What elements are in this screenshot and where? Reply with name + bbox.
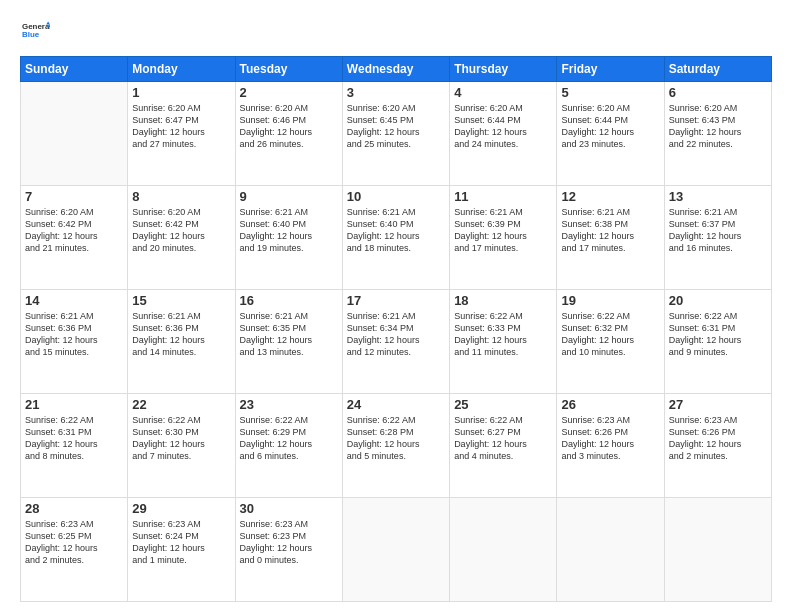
day-info: Sunrise: 6:21 AM Sunset: 6:36 PM Dayligh… — [25, 310, 123, 359]
day-info: Sunrise: 6:20 AM Sunset: 6:44 PM Dayligh… — [561, 102, 659, 151]
logo-icon: General Blue — [22, 16, 50, 44]
calendar-cell: 27Sunrise: 6:23 AM Sunset: 6:26 PM Dayli… — [664, 394, 771, 498]
calendar-cell: 12Sunrise: 6:21 AM Sunset: 6:38 PM Dayli… — [557, 186, 664, 290]
calendar-cell — [21, 82, 128, 186]
logo: General Blue — [20, 16, 50, 48]
calendar-cell: 9Sunrise: 6:21 AM Sunset: 6:40 PM Daylig… — [235, 186, 342, 290]
day-number: 24 — [347, 397, 445, 412]
calendar-cell: 26Sunrise: 6:23 AM Sunset: 6:26 PM Dayli… — [557, 394, 664, 498]
calendar-cell: 25Sunrise: 6:22 AM Sunset: 6:27 PM Dayli… — [450, 394, 557, 498]
day-number: 9 — [240, 189, 338, 204]
weekday-header-tuesday: Tuesday — [235, 57, 342, 82]
day-number: 29 — [132, 501, 230, 516]
day-number: 20 — [669, 293, 767, 308]
calendar-cell: 28Sunrise: 6:23 AM Sunset: 6:25 PM Dayli… — [21, 498, 128, 602]
calendar-cell: 16Sunrise: 6:21 AM Sunset: 6:35 PM Dayli… — [235, 290, 342, 394]
day-info: Sunrise: 6:22 AM Sunset: 6:29 PM Dayligh… — [240, 414, 338, 463]
day-number: 12 — [561, 189, 659, 204]
weekday-header-monday: Monday — [128, 57, 235, 82]
calendar-cell: 18Sunrise: 6:22 AM Sunset: 6:33 PM Dayli… — [450, 290, 557, 394]
weekday-header-saturday: Saturday — [664, 57, 771, 82]
calendar-cell: 6Sunrise: 6:20 AM Sunset: 6:43 PM Daylig… — [664, 82, 771, 186]
day-number: 25 — [454, 397, 552, 412]
day-number: 11 — [454, 189, 552, 204]
header: General Blue — [20, 16, 772, 48]
week-row-4: 21Sunrise: 6:22 AM Sunset: 6:31 PM Dayli… — [21, 394, 772, 498]
day-number: 4 — [454, 85, 552, 100]
calendar-cell — [664, 498, 771, 602]
day-number: 18 — [454, 293, 552, 308]
day-number: 1 — [132, 85, 230, 100]
day-number: 3 — [347, 85, 445, 100]
calendar-cell — [557, 498, 664, 602]
day-number: 7 — [25, 189, 123, 204]
day-info: Sunrise: 6:21 AM Sunset: 6:34 PM Dayligh… — [347, 310, 445, 359]
day-number: 14 — [25, 293, 123, 308]
day-number: 5 — [561, 85, 659, 100]
calendar-cell: 8Sunrise: 6:20 AM Sunset: 6:42 PM Daylig… — [128, 186, 235, 290]
day-number: 16 — [240, 293, 338, 308]
calendar-table: SundayMondayTuesdayWednesdayThursdayFrid… — [20, 56, 772, 602]
calendar-cell: 22Sunrise: 6:22 AM Sunset: 6:30 PM Dayli… — [128, 394, 235, 498]
day-info: Sunrise: 6:21 AM Sunset: 6:35 PM Dayligh… — [240, 310, 338, 359]
day-number: 30 — [240, 501, 338, 516]
weekday-header-friday: Friday — [557, 57, 664, 82]
day-info: Sunrise: 6:21 AM Sunset: 6:37 PM Dayligh… — [669, 206, 767, 255]
day-number: 8 — [132, 189, 230, 204]
calendar-cell: 24Sunrise: 6:22 AM Sunset: 6:28 PM Dayli… — [342, 394, 449, 498]
weekday-header-sunday: Sunday — [21, 57, 128, 82]
day-number: 27 — [669, 397, 767, 412]
day-info: Sunrise: 6:20 AM Sunset: 6:45 PM Dayligh… — [347, 102, 445, 151]
day-info: Sunrise: 6:21 AM Sunset: 6:38 PM Dayligh… — [561, 206, 659, 255]
calendar-cell: 3Sunrise: 6:20 AM Sunset: 6:45 PM Daylig… — [342, 82, 449, 186]
calendar-cell: 30Sunrise: 6:23 AM Sunset: 6:23 PM Dayli… — [235, 498, 342, 602]
weekday-header-row: SundayMondayTuesdayWednesdayThursdayFrid… — [21, 57, 772, 82]
day-info: Sunrise: 6:23 AM Sunset: 6:23 PM Dayligh… — [240, 518, 338, 567]
weekday-header-wednesday: Wednesday — [342, 57, 449, 82]
day-info: Sunrise: 6:20 AM Sunset: 6:43 PM Dayligh… — [669, 102, 767, 151]
day-number: 23 — [240, 397, 338, 412]
day-info: Sunrise: 6:20 AM Sunset: 6:42 PM Dayligh… — [132, 206, 230, 255]
day-info: Sunrise: 6:22 AM Sunset: 6:31 PM Dayligh… — [25, 414, 123, 463]
calendar-cell: 14Sunrise: 6:21 AM Sunset: 6:36 PM Dayli… — [21, 290, 128, 394]
day-number: 21 — [25, 397, 123, 412]
calendar-cell — [342, 498, 449, 602]
day-info: Sunrise: 6:23 AM Sunset: 6:24 PM Dayligh… — [132, 518, 230, 567]
week-row-1: 1Sunrise: 6:20 AM Sunset: 6:47 PM Daylig… — [21, 82, 772, 186]
calendar-cell: 29Sunrise: 6:23 AM Sunset: 6:24 PM Dayli… — [128, 498, 235, 602]
day-number: 13 — [669, 189, 767, 204]
day-number: 26 — [561, 397, 659, 412]
calendar-cell: 23Sunrise: 6:22 AM Sunset: 6:29 PM Dayli… — [235, 394, 342, 498]
day-number: 22 — [132, 397, 230, 412]
day-number: 15 — [132, 293, 230, 308]
day-info: Sunrise: 6:21 AM Sunset: 6:40 PM Dayligh… — [347, 206, 445, 255]
calendar-cell: 4Sunrise: 6:20 AM Sunset: 6:44 PM Daylig… — [450, 82, 557, 186]
day-number: 6 — [669, 85, 767, 100]
calendar-cell: 20Sunrise: 6:22 AM Sunset: 6:31 PM Dayli… — [664, 290, 771, 394]
day-info: Sunrise: 6:22 AM Sunset: 6:27 PM Dayligh… — [454, 414, 552, 463]
calendar-cell: 21Sunrise: 6:22 AM Sunset: 6:31 PM Dayli… — [21, 394, 128, 498]
week-row-5: 28Sunrise: 6:23 AM Sunset: 6:25 PM Dayli… — [21, 498, 772, 602]
day-info: Sunrise: 6:20 AM Sunset: 6:46 PM Dayligh… — [240, 102, 338, 151]
calendar-cell: 11Sunrise: 6:21 AM Sunset: 6:39 PM Dayli… — [450, 186, 557, 290]
day-info: Sunrise: 6:22 AM Sunset: 6:30 PM Dayligh… — [132, 414, 230, 463]
day-info: Sunrise: 6:21 AM Sunset: 6:39 PM Dayligh… — [454, 206, 552, 255]
day-info: Sunrise: 6:22 AM Sunset: 6:32 PM Dayligh… — [561, 310, 659, 359]
day-number: 28 — [25, 501, 123, 516]
calendar-cell: 5Sunrise: 6:20 AM Sunset: 6:44 PM Daylig… — [557, 82, 664, 186]
day-number: 2 — [240, 85, 338, 100]
calendar-cell: 1Sunrise: 6:20 AM Sunset: 6:47 PM Daylig… — [128, 82, 235, 186]
day-info: Sunrise: 6:23 AM Sunset: 6:26 PM Dayligh… — [669, 414, 767, 463]
day-info: Sunrise: 6:20 AM Sunset: 6:47 PM Dayligh… — [132, 102, 230, 151]
day-number: 17 — [347, 293, 445, 308]
day-info: Sunrise: 6:22 AM Sunset: 6:33 PM Dayligh… — [454, 310, 552, 359]
calendar-cell: 2Sunrise: 6:20 AM Sunset: 6:46 PM Daylig… — [235, 82, 342, 186]
week-row-2: 7Sunrise: 6:20 AM Sunset: 6:42 PM Daylig… — [21, 186, 772, 290]
calendar-cell: 17Sunrise: 6:21 AM Sunset: 6:34 PM Dayli… — [342, 290, 449, 394]
calendar-cell: 7Sunrise: 6:20 AM Sunset: 6:42 PM Daylig… — [21, 186, 128, 290]
day-number: 19 — [561, 293, 659, 308]
calendar-cell — [450, 498, 557, 602]
day-info: Sunrise: 6:21 AM Sunset: 6:40 PM Dayligh… — [240, 206, 338, 255]
day-info: Sunrise: 6:22 AM Sunset: 6:31 PM Dayligh… — [669, 310, 767, 359]
page: General Blue SundayMondayTuesdayWednesda… — [0, 0, 792, 612]
